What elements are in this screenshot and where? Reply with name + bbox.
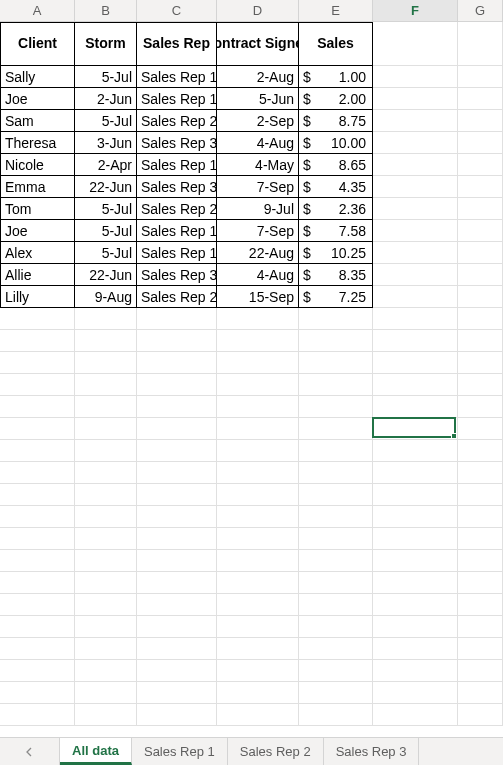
cell[interactable] [217,308,299,330]
sheet-tab[interactable]: Sales Rep 1 [132,738,228,765]
cell[interactable] [217,638,299,660]
cell[interactable] [458,220,503,242]
cell[interactable] [137,616,217,638]
cell[interactable] [373,396,458,418]
cell[interactable] [0,660,75,682]
cell[interactable] [217,660,299,682]
cell[interactable] [458,264,503,286]
cell[interactable] [373,572,458,594]
cell-sales[interactable]: $4.35 [299,176,373,198]
cell-contract-signed[interactable]: 15-Sep [217,286,299,308]
cell[interactable] [299,462,373,484]
spreadsheet-grid[interactable]: A B C D E F G Client Storm Sales Rep Con… [0,0,503,726]
cell[interactable] [217,440,299,462]
cell[interactable] [0,418,75,440]
cell[interactable] [458,440,503,462]
cell[interactable] [137,594,217,616]
col-head-C[interactable]: C [137,0,217,21]
col-head-F[interactable]: F [373,0,458,21]
cell-sales[interactable]: $1.00 [299,66,373,88]
cell[interactable] [217,528,299,550]
cell[interactable] [137,484,217,506]
cell[interactable] [373,352,458,374]
cell-sales-rep[interactable]: Sales Rep 1 [137,242,217,264]
cell[interactable] [458,616,503,638]
cell-contract-signed[interactable]: 7-Sep [217,220,299,242]
cell[interactable] [137,396,217,418]
cell[interactable] [458,352,503,374]
header-client[interactable]: Client [0,22,75,66]
cell[interactable] [75,550,137,572]
cell[interactable] [458,110,503,132]
cell[interactable] [137,704,217,726]
cell-sales-rep[interactable]: Sales Rep 3 [137,264,217,286]
cell[interactable] [299,572,373,594]
cell-client[interactable]: Nicole [0,154,75,176]
cell[interactable] [75,682,137,704]
cell[interactable] [373,616,458,638]
cell-sales-rep[interactable]: Sales Rep 3 [137,176,217,198]
cell[interactable] [137,528,217,550]
cell-storm[interactable]: 3-Jun [75,132,137,154]
cell[interactable] [0,638,75,660]
cell[interactable] [75,616,137,638]
cell[interactable] [373,660,458,682]
col-head-A[interactable]: A [0,0,75,21]
cell[interactable] [0,308,75,330]
cell-sales-rep[interactable]: Sales Rep 3 [137,132,217,154]
cell[interactable] [373,440,458,462]
cell[interactable] [373,484,458,506]
cell-sales-rep[interactable]: Sales Rep 1 [137,88,217,110]
cell[interactable] [299,506,373,528]
cell-storm[interactable]: 5-Jul [75,242,137,264]
cell-storm[interactable]: 22-Jun [75,264,137,286]
cell-sales[interactable]: $7.25 [299,286,373,308]
cell[interactable] [458,88,503,110]
cell[interactable] [0,616,75,638]
cell-sales[interactable]: $7.58 [299,220,373,242]
cell[interactable] [217,506,299,528]
cell[interactable] [458,22,503,66]
header-sales[interactable]: Sales [299,22,373,66]
cell-sales[interactable]: $8.65 [299,154,373,176]
cell[interactable] [299,418,373,440]
cell[interactable] [373,308,458,330]
col-head-B[interactable]: B [75,0,137,21]
cell-storm[interactable]: 5-Jul [75,110,137,132]
cell[interactable] [75,506,137,528]
cell[interactable] [299,484,373,506]
cell[interactable] [75,462,137,484]
col-head-G[interactable]: G [458,0,503,21]
cell[interactable] [0,528,75,550]
cell[interactable] [373,88,458,110]
cell[interactable] [0,330,75,352]
cell[interactable] [373,286,458,308]
cell[interactable] [458,242,503,264]
cell[interactable] [373,550,458,572]
cell[interactable] [0,506,75,528]
cell-contract-signed[interactable]: 7-Sep [217,176,299,198]
cell[interactable] [373,462,458,484]
cell-storm[interactable]: 5-Jul [75,198,137,220]
cell[interactable] [217,396,299,418]
cell-contract-signed[interactable]: 2-Aug [217,66,299,88]
cell[interactable] [373,638,458,660]
cell[interactable] [458,506,503,528]
cell[interactable] [137,418,217,440]
cell[interactable] [75,330,137,352]
cell[interactable] [137,352,217,374]
cell[interactable] [0,462,75,484]
cell[interactable] [0,594,75,616]
cell[interactable] [137,506,217,528]
cell[interactable] [373,506,458,528]
cell[interactable] [299,440,373,462]
cell-sales-rep[interactable]: Sales Rep 1 [137,154,217,176]
cell[interactable] [0,352,75,374]
cell[interactable] [75,638,137,660]
cell[interactable] [137,572,217,594]
cell[interactable] [458,396,503,418]
cell[interactable] [373,110,458,132]
cell-storm[interactable]: 5-Jul [75,66,137,88]
cell[interactable] [299,528,373,550]
cell-client[interactable]: Sally [0,66,75,88]
